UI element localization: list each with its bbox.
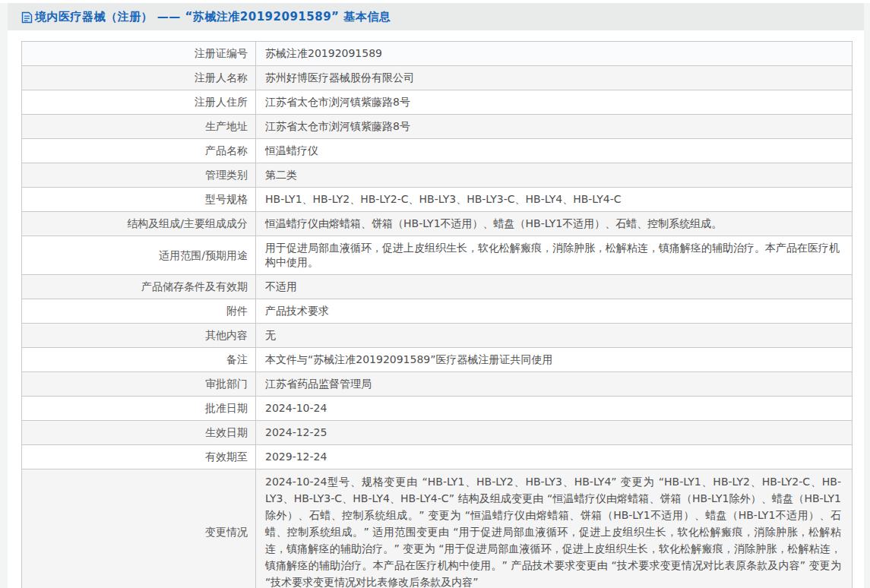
info-table: 注册证编号 苏械注准20192091589 注册人名称 苏州好博医疗器械股份有限… <box>21 41 853 588</box>
table-row: 生效日期 2024-12-25 <box>22 421 853 445</box>
row-label: 生效日期 <box>22 421 256 445</box>
row-label: 注册证编号 <box>22 42 256 66</box>
row-value: 2024-12-25 <box>256 421 853 445</box>
row-label: 管理类别 <box>22 163 256 188</box>
row-label: 附件 <box>22 299 256 324</box>
row-label: 备注 <box>22 348 256 372</box>
row-label: 生产地址 <box>22 115 256 139</box>
row-label: 批准日期 <box>22 397 256 421</box>
row-value: 2024-10-24型号、规格变更由 “HB-LY1、HB-LY2、HB-LY3… <box>256 469 853 588</box>
table-row: 附件 产品技术要求 <box>22 299 853 324</box>
row-value: 本文件与“苏械注准20192091589”医疗器械注册证共同使用 <box>256 348 853 372</box>
row-value: 产品技术要求 <box>256 299 853 324</box>
table-row: 其他内容 无 <box>22 324 853 348</box>
table-row: 注册证编号 苏械注准20192091589 <box>22 42 853 66</box>
row-label: 其他内容 <box>22 324 256 348</box>
table-row: 有效期至 2029-12-24 <box>22 445 853 469</box>
row-value: 苏州好博医疗器械股份有限公司 <box>256 66 853 90</box>
row-value: 恒温蜡疗仪由熔蜡箱、饼箱（HB-LY1不适用）、蜡盘（HB-LY1不适用）、石蜡… <box>256 212 853 236</box>
row-label: 结构及组成/主要组成成分 <box>22 212 256 236</box>
content-card: 境内医疗器械（注册） —— “苏械注准20192091589” 基本信息 注册证… <box>8 3 864 588</box>
table-row: 注册人住所 江苏省太仓市浏河镇紫藤路8号 <box>22 90 853 115</box>
table-row: 变更情况 2024-10-24型号、规格变更由 “HB-LY1、HB-LY2、H… <box>22 469 853 588</box>
row-label: 注册人住所 <box>22 90 256 115</box>
row-value: 无 <box>256 324 853 348</box>
table-row: 批准日期 2024-10-24 <box>22 397 853 421</box>
row-value: 江苏省药品监督管理局 <box>256 372 853 397</box>
row-value: HB-LY1、HB-LY2、HB-LY2-C、HB-LY3、HB-LY3-C、H… <box>256 188 853 212</box>
row-label: 产品名称 <box>22 139 256 163</box>
row-label: 审批部门 <box>22 372 256 397</box>
page-title: 境内医疗器械（注册） —— “苏械注准20192091589” 基本信息 <box>35 10 391 24</box>
row-value: 江苏省太仓市浏河镇紫藤路8号 <box>256 115 853 139</box>
row-value: 苏械注准20192091589 <box>256 42 853 66</box>
table-row: 产品名称 恒温蜡疗仪 <box>22 139 853 163</box>
row-label: 适用范围/预期用途 <box>22 236 256 275</box>
table-row: 管理类别 第二类 <box>22 163 853 188</box>
row-value: 不适用 <box>256 275 853 299</box>
table-row: 产品储存条件及有效期 不适用 <box>22 275 853 299</box>
table-row: 型号规格 HB-LY1、HB-LY2、HB-LY2-C、HB-LY3、HB-LY… <box>22 188 853 212</box>
row-label: 注册人名称 <box>22 66 256 90</box>
page-header: 境内医疗器械（注册） —— “苏械注准20192091589” 基本信息 <box>8 3 864 30</box>
table-row: 结构及组成/主要组成成分 恒温蜡疗仪由熔蜡箱、饼箱（HB-LY1不适用）、蜡盘（… <box>22 212 853 236</box>
table-row: 适用范围/预期用途 用于促进局部血液循环，促进上皮组织生长，软化松解瘢痕，消除肿… <box>22 236 853 275</box>
row-value: 恒温蜡疗仪 <box>256 139 853 163</box>
row-label: 型号规格 <box>22 188 256 212</box>
row-label: 产品储存条件及有效期 <box>22 275 256 299</box>
row-value: 用于促进局部血液循环，促进上皮组织生长，软化松解瘢痕，消除肿胀，松解粘连，镇痛解… <box>256 236 853 275</box>
row-value: 2029-12-24 <box>256 445 853 469</box>
row-value: 第二类 <box>256 163 853 188</box>
row-value: 2024-10-24 <box>256 397 853 421</box>
row-value: 江苏省太仓市浏河镇紫藤路8号 <box>256 90 853 115</box>
table-row: 备注 本文件与“苏械注准20192091589”医疗器械注册证共同使用 <box>22 348 853 372</box>
row-label: 变更情况 <box>22 469 256 588</box>
table-row: 生产地址 江苏省太仓市浏河镇紫藤路8号 <box>22 115 853 139</box>
document-icon <box>21 11 33 24</box>
row-label: 有效期至 <box>22 445 256 469</box>
table-row: 注册人名称 苏州好博医疗器械股份有限公司 <box>22 66 853 90</box>
table-row: 审批部门 江苏省药品监督管理局 <box>22 372 853 397</box>
